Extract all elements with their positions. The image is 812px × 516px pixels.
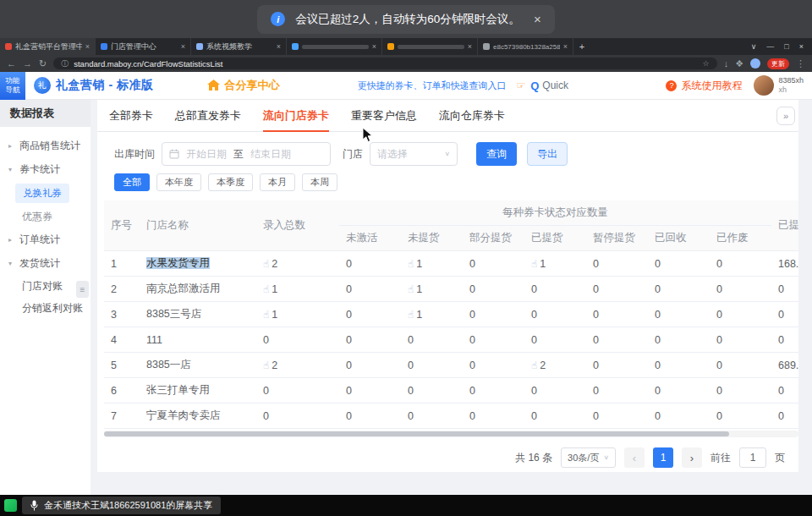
tab-close-icon[interactable]: × — [85, 42, 90, 51]
count-link[interactable]: ☝1 — [263, 309, 277, 321]
sidebar-subitem-gift-coupon[interactable]: 兑换礼券 — [15, 184, 69, 203]
count-link[interactable]: ☝2 — [263, 360, 277, 371]
prev-page-button[interactable]: ‹ — [624, 447, 645, 468]
cell-value: 0 — [710, 327, 771, 353]
page-info-icon[interactable]: ⓘ — [61, 58, 69, 69]
date-range-input[interactable]: 开始日期 至 结束日期 — [162, 142, 331, 166]
maximize-button[interactable]: □ — [784, 42, 788, 51]
hand-icon: ☝ — [531, 258, 537, 270]
table-row: 3 8385三号店 ☝1 0 ☝1 0 0 0 0 0 0 — [104, 302, 798, 327]
quick-filter-quarter[interactable]: 本季度 — [208, 173, 253, 191]
tab-close-icon[interactable]: × — [277, 42, 281, 51]
browser-update-chip[interactable]: 更新 — [767, 58, 789, 69]
tab-close-icon[interactable]: × — [468, 42, 472, 51]
browser-tab[interactable]: e8c573980b1328a2584d2e6l × — [478, 38, 573, 55]
browser-menu-icon[interactable]: ⋮ — [796, 59, 805, 69]
sidebar-subitem-discount-coupon[interactable]: 优惠券 — [0, 206, 91, 228]
cell-value: 0 — [524, 403, 586, 429]
quick-filter-month[interactable]: 本月 — [260, 173, 295, 191]
cell-amount: 0 — [771, 403, 798, 429]
tab-close-icon[interactable]: × — [181, 42, 185, 51]
sidebar-item-card-stats[interactable]: ▾ 券卡统计 — [0, 157, 91, 181]
count-link[interactable]: ☝2 — [263, 258, 277, 270]
forward-icon[interactable]: → — [23, 59, 32, 69]
content-card: 全部券卡 总部直发券卡 流向门店券卡 重要客户信息 流向仓库券卡 » 出库时间 … — [97, 100, 798, 472]
cell-value: 0 — [339, 353, 401, 378]
extensions-icon[interactable]: ❖ — [735, 59, 743, 69]
quick-entry-link[interactable]: 更快捷的券卡、订单和快递查询入口 — [357, 80, 506, 92]
next-page-button[interactable]: › — [682, 447, 702, 468]
sidebar-item-shipping-stats[interactable]: ▾ 发货统计 — [0, 251, 91, 275]
sidebar-item-product-sales[interactable]: ▸ 商品销售统计 — [0, 134, 91, 157]
page-number-active[interactable]: 1 — [653, 447, 673, 468]
sidebar-subitem-rebate-reconciliation[interactable]: 分销返利对账 — [0, 297, 91, 319]
nav-toggle-line2: 导航 — [6, 85, 20, 95]
browser-tab[interactable]: 门店管理中心 × — [96, 38, 191, 55]
screen-share-pill[interactable]: 金禾通技术王斌18662591081的屏幕共享 — [22, 497, 221, 514]
meeting-banner: i 会议已超过2人，自动转为60分钟限时会议。 × — [257, 5, 554, 34]
quick-filter-all[interactable]: 全部 — [114, 173, 150, 191]
minimize-button[interactable]: — — [766, 42, 774, 51]
start-date-placeholder: 开始日期 — [186, 147, 227, 162]
tutorial-link[interactable]: ? 系统使用教程 — [666, 79, 742, 93]
cell-value: 0 — [586, 378, 648, 403]
caret-icon: ▾ — [8, 166, 15, 173]
tab-close-icon[interactable]: × — [372, 42, 376, 51]
count-value: 1 — [540, 258, 546, 270]
scrollbar-thumb[interactable] — [104, 431, 729, 436]
count-link[interactable]: ☝1 — [408, 309, 422, 321]
reload-icon[interactable]: ↻ — [39, 59, 47, 69]
sidebar: 数据报表 ▸ 商品销售统计 ▾ 券卡统计 兑换礼券 优惠券 ▸ 订单统计 ▾ 发… — [0, 100, 91, 495]
browser-profile-avatar[interactable] — [750, 58, 760, 69]
store-select[interactable]: 请选择 ∨ — [370, 142, 458, 166]
quick-filter-year[interactable]: 本年度 — [156, 173, 201, 191]
horizontal-scrollbar[interactable] — [104, 431, 798, 437]
page-size-select[interactable]: 30条/页 ∨ — [561, 447, 616, 468]
quick-search[interactable]: Q Quick — [530, 80, 568, 92]
favicon-icon — [483, 43, 490, 50]
count-link[interactable]: ☝1 — [263, 283, 277, 295]
bookmark-star-icon[interactable]: ☆ — [703, 59, 710, 68]
tab-warehouse-flow-cards[interactable]: 流向仓库券卡 — [439, 100, 505, 132]
col-status: 已作废 — [710, 226, 771, 251]
tab-hq-direct-cards[interactable]: 总部直发券卡 — [175, 100, 241, 132]
sidebar-collapse-handle[interactable]: ≡ — [76, 281, 89, 298]
quick-search-icon: Q — [530, 80, 539, 92]
tab-store-flow-cards[interactable]: 流向门店券卡 — [263, 100, 329, 132]
tab-key-customer-info[interactable]: 重要客户信息 — [351, 100, 417, 132]
tab-close-icon[interactable]: × — [563, 42, 568, 51]
close-window-button[interactable]: × — [799, 42, 804, 51]
tab-all-cards[interactable]: 全部券卡 — [109, 100, 153, 132]
function-nav-toggle[interactable]: 功能 导航 — [0, 72, 25, 100]
cell-value: ☝1 — [401, 277, 463, 302]
browser-tab[interactable]: 系统视频教学 × — [191, 38, 287, 55]
browser-tab[interactable]: × — [382, 38, 478, 55]
download-icon[interactable]: ↓ — [724, 59, 729, 69]
count-value: 1 — [272, 283, 277, 295]
count-link[interactable]: ☝2 — [531, 360, 546, 371]
tab-search-icon[interactable]: ∨ — [751, 42, 757, 51]
export-button[interactable]: 导出 — [527, 142, 568, 166]
hand-icon: ☝ — [263, 360, 269, 371]
browser-tab[interactable]: 礼盒营销平台管理中心 × — [0, 38, 96, 55]
sidebar-item-order-stats[interactable]: ▸ 订单统计 — [0, 228, 91, 251]
count-link[interactable]: ☝1 — [408, 283, 422, 295]
new-tab-button[interactable]: + — [573, 38, 590, 55]
browser-tab[interactable]: × — [287, 38, 382, 55]
cell-value: 0 — [463, 327, 524, 353]
count-link[interactable]: ☝1 — [531, 258, 546, 270]
share-center-link[interactable]: 合分享中心 — [207, 78, 279, 93]
address-bar[interactable]: ⓘ standard.maboy.cn/CardFlowStatisticsLi… — [53, 58, 716, 69]
panel-collapse-button[interactable]: » — [776, 107, 795, 125]
goto-label: 前往 — [710, 451, 731, 465]
search-button[interactable]: 查询 — [476, 142, 517, 166]
quick-filter-week[interactable]: 本周 — [302, 173, 337, 191]
goto-page-input[interactable]: 1 — [739, 447, 766, 468]
user-account[interactable]: 8385xh xh — [754, 75, 804, 96]
storefront-icon — [207, 80, 220, 91]
back-icon[interactable]: ← — [7, 59, 16, 69]
sidebar-item-label: 商品销售统计 — [19, 139, 80, 153]
cell-value: ☝1 — [524, 251, 586, 277]
count-link[interactable]: ☝1 — [408, 258, 422, 270]
close-icon[interactable]: × — [534, 12, 541, 26]
